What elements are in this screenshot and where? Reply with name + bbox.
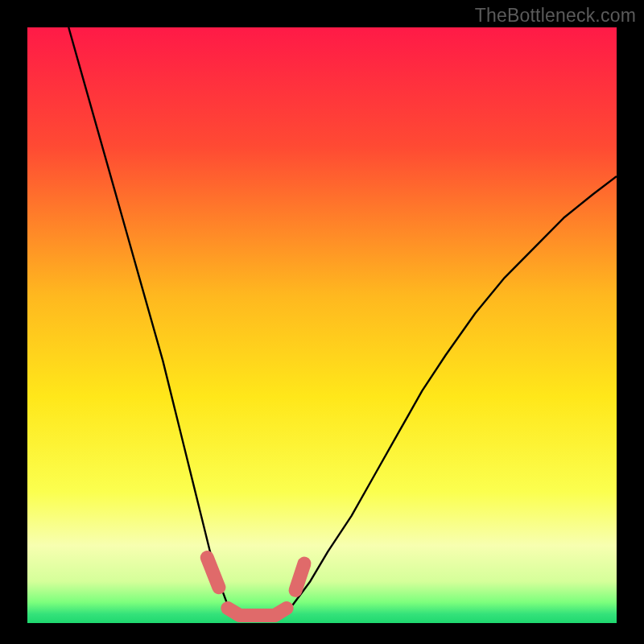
chart-frame: TheBottleneck.com bbox=[0, 0, 644, 644]
gradient-background bbox=[27, 27, 617, 623]
watermark-text: TheBottleneck.com bbox=[475, 5, 636, 27]
plot-area bbox=[27, 27, 617, 623]
series-highlight-band bbox=[228, 609, 287, 616]
series-highlight-band bbox=[295, 564, 304, 590]
chart-svg bbox=[27, 27, 617, 623]
